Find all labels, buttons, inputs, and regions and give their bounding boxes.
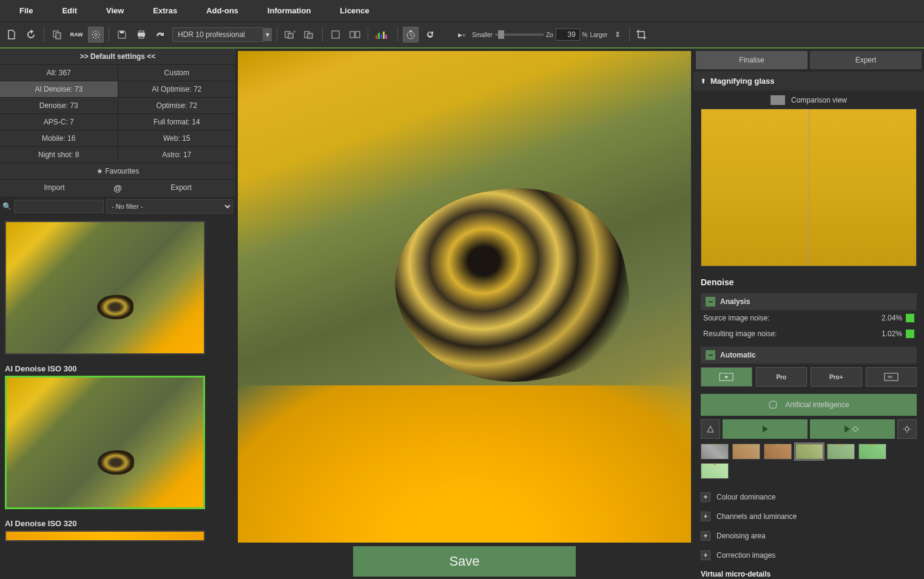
plus-icon[interactable]: + <box>234 240 235 250</box>
star-icon[interactable]: ☆ <box>234 226 235 235</box>
ai-button-label: Artificial intelligence <box>785 401 849 409</box>
automatic-header[interactable]: − Automatic <box>701 347 917 364</box>
preset-thumbnail[interactable] <box>5 530 205 541</box>
expand-plus-icon[interactable]: + <box>701 492 710 502</box>
comparison-toggle[interactable] <box>771 95 785 105</box>
timer-icon[interactable] <box>403 27 419 42</box>
filter-full-format[interactable]: Full format: 14 <box>118 114 236 130</box>
preset-pro-button[interactable]: Pro <box>756 367 808 387</box>
play-diamond-button[interactable] <box>810 419 895 439</box>
menu-extras[interactable]: Extras <box>138 2 192 19</box>
camera-left-icon[interactable]: ▸▫ <box>454 27 470 42</box>
preset-proplus-button[interactable]: Pro+ <box>811 367 862 387</box>
filter-optimise[interactable]: Optimise: 72 <box>118 98 236 113</box>
svg-rect-8 <box>288 33 293 38</box>
preset-item[interactable]: ☆ <box>5 530 231 541</box>
reload-icon[interactable]: ↻ <box>234 255 235 265</box>
ai-button[interactable]: Artificial intelligence <box>701 394 917 416</box>
expand-plus-icon[interactable]: + <box>701 512 710 521</box>
export-button[interactable]: Export <box>127 180 235 197</box>
print-icon[interactable] <box>133 27 149 42</box>
filter-ai-denoise[interactable]: AI Denoise: 73 <box>0 81 118 97</box>
raw-icon[interactable]: RAW <box>69 27 84 42</box>
copy-icon[interactable] <box>49 27 65 42</box>
histogram-icon[interactable] <box>373 27 393 42</box>
filter-custom[interactable]: Custom <box>118 65 236 81</box>
star-icon[interactable]: ☆ <box>234 381 235 390</box>
save-button[interactable]: Save <box>353 546 576 577</box>
batch-add-icon[interactable]: + <box>282 27 298 42</box>
svg-rect-5 <box>139 31 144 33</box>
expand-plus-icon[interactable]: + <box>701 550 710 560</box>
fit-height-icon[interactable]: ⇕ <box>610 27 626 42</box>
save-icon[interactable] <box>114 27 130 42</box>
filter-web[interactable]: Web: 15 <box>118 130 236 146</box>
texture-swatch-1[interactable] <box>701 444 729 459</box>
reload-icon[interactable] <box>23 27 39 42</box>
denoising-area-section[interactable]: + Denoising area <box>693 526 924 546</box>
colour-dominance-section[interactable]: + Colour dominance <box>693 487 924 507</box>
menu-edit[interactable]: Edit <box>47 2 92 19</box>
texture-swatch-5[interactable] <box>827 444 855 459</box>
zoom-slider[interactable] <box>495 33 544 36</box>
redo-icon[interactable] <box>153 27 169 42</box>
menu-view[interactable]: View <box>92 2 138 19</box>
menu-licence[interactable]: Licence <box>325 2 383 19</box>
reload-icon[interactable]: ↻ <box>234 410 235 419</box>
preset-item[interactable]: ☆ + ↻ <box>5 376 231 509</box>
analysis-header[interactable]: − Analysis <box>701 293 917 310</box>
expand-plus-icon[interactable]: + <box>701 531 710 541</box>
zoom-value-input[interactable]: 39 <box>556 29 580 41</box>
texture-swatch-2[interactable] <box>732 444 760 459</box>
play-button-1[interactable] <box>723 419 808 439</box>
default-settings-header[interactable]: >> Default settings << <box>0 49 235 65</box>
filter-astro[interactable]: Astro: 17 <box>118 147 236 163</box>
tab-expert[interactable]: Expert <box>810 51 922 69</box>
batch-settings-icon[interactable] <box>302 27 317 42</box>
collapse-minus-icon[interactable]: − <box>706 350 715 360</box>
mode-select-arrow-icon[interactable]: ▾ <box>263 28 272 41</box>
filter-all[interactable]: All: 367 <box>0 65 118 81</box>
preset-item[interactable]: ☆ + ↻ <box>5 221 231 354</box>
texture-swatch-4[interactable] <box>795 444 823 459</box>
channels-section[interactable]: + Channels and luminance <box>693 507 924 526</box>
texture-swatch-3[interactable] <box>764 444 792 459</box>
target-icon[interactable] <box>897 419 917 439</box>
preset-thumbnail[interactable] <box>5 376 205 509</box>
refresh-icon[interactable] <box>422 27 438 42</box>
preset-hq-button[interactable] <box>701 367 752 387</box>
triangle-icon[interactable] <box>701 419 720 439</box>
filter-denoise[interactable]: Denoise: 73 <box>0 98 118 113</box>
source-noise-indicator <box>906 314 914 322</box>
preset-infinity-button[interactable] <box>866 367 917 387</box>
new-file-icon[interactable] <box>4 27 19 42</box>
favourites-button[interactable]: ★ Favourites <box>0 163 235 179</box>
single-view-icon[interactable] <box>328 27 343 42</box>
import-button[interactable]: Import <box>0 180 109 197</box>
filter-ai-optimise[interactable]: AI Optimise: 72 <box>118 81 236 97</box>
menu-addons[interactable]: Add-ons <box>192 2 253 19</box>
mode-select[interactable]: HDR 10 professional <box>172 27 263 42</box>
at-icon[interactable]: @ <box>109 180 127 197</box>
settings-gear-icon[interactable] <box>88 27 104 42</box>
filter-mobile[interactable]: Mobile: 16 <box>0 130 118 146</box>
menu-information[interactable]: Information <box>253 2 326 19</box>
preset-list[interactable]: ☆ + ↻ AI Denoise ISO 300 ☆ + ↻ AI Denois… <box>0 216 235 579</box>
magnifier-preview[interactable] <box>701 109 917 266</box>
preset-search-input[interactable] <box>14 200 104 213</box>
menu-file[interactable]: File <box>5 2 47 19</box>
crop-rotate-icon[interactable] <box>633 27 649 42</box>
texture-swatch-7[interactable] <box>701 463 729 479</box>
magnifier-section-header[interactable]: ⬆ Magnifying glass <box>693 72 924 90</box>
main-image-preview[interactable] <box>238 51 691 543</box>
plus-icon[interactable]: + <box>234 395 235 405</box>
collapse-minus-icon[interactable]: − <box>706 297 715 306</box>
preset-thumbnail[interactable] <box>5 221 205 354</box>
split-view-icon[interactable] <box>347 27 363 42</box>
no-filter-select[interactable]: - No filter - <box>106 199 233 214</box>
texture-swatch-6[interactable] <box>858 444 886 459</box>
tab-finalise[interactable]: Finalise <box>696 51 808 69</box>
correction-images-section[interactable]: + Correction images <box>693 546 924 565</box>
filter-night-shot[interactable]: Night shot: 8 <box>0 147 118 163</box>
filter-apsc[interactable]: APS-C: 7 <box>0 114 118 130</box>
